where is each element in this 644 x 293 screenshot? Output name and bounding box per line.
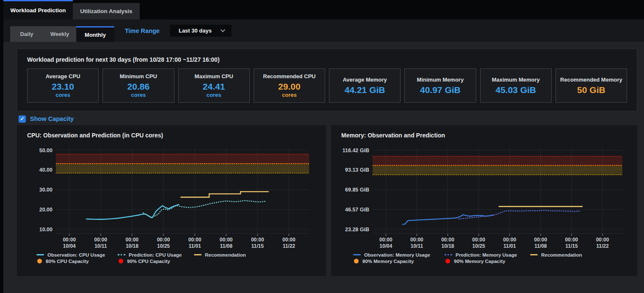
svg-text:00:0011/08: 00:0011/08 [534,237,547,249]
memory-chart-panel: Memory: Observation and Prediction 00:00… [331,125,637,276]
main-tab-bar: Workload Prediction Utilization Analysis [3,0,644,19]
time-range-select[interactable]: Last 30 days [169,24,232,37]
legend-item[interactable]: Recommendation [530,252,582,257]
svg-text:00:0010/18: 00:0010/18 [441,237,454,249]
tab-label: Utilization Analysis [80,8,132,14]
memory-chart-legend: Observation: Memory UsagePrediction: Mem… [353,252,582,264]
legend-label: Observation: CPU Usage [47,252,105,257]
legend-label: Prediction: CPU Usage [129,252,182,257]
series-swatch-icon [194,254,202,255]
legend-item[interactable]: Recommendation [194,252,246,257]
time-range-label: Time Range [125,27,160,34]
legend-item[interactable]: Prediction: CPU Usage [118,252,194,257]
granularity-tabs: Daily Weekly Monthly [10,26,114,42]
page-content: Workload prediction for next 30 days (fr… [3,49,644,276]
series-swatch-icon [36,254,44,255]
cpu-chart-legend: Observation: CPU UsagePrediction: CPU Us… [36,252,246,264]
svg-text:00:0011/15: 00:0011/15 [565,237,578,249]
metric-card-average-memory: Average Memory 44.21 GiB [329,68,401,103]
metric-title: Recommended CPU [263,73,315,79]
show-capacity-checkbox[interactable]: ✓ [19,115,26,123]
legend-item[interactable]: Observation: CPU Usage [36,252,118,257]
metric-card-maximum-cpu: Maximum CPU 24.41 cores [178,68,250,103]
series-swatch-icon [353,254,361,255]
svg-text:69.85 GiB: 69.85 GiB [345,187,369,193]
metric-card-average-cpu: Average CPU 23.10 cores [27,68,99,103]
metric-title: Average Memory [343,77,387,83]
series-swatch-icon [530,254,538,255]
legend-label: 90% CPU Capacity [127,259,170,264]
metric-value: 50 GiB [577,85,605,95]
metric-value: 23.10 [52,81,74,92]
checkmark-icon: ✓ [20,116,24,122]
tab-workload-prediction[interactable]: Workload Prediction [3,0,73,19]
legend-label: Prediction: Memory Usage [456,252,517,257]
svg-text:00:0011/01: 00:0011/01 [188,237,202,249]
metric-value: 44.21 GiB [345,85,385,95]
legend-item[interactable]: Prediction: Memory Usage [445,252,530,257]
metric-title: Maximum Memory [492,77,539,83]
metric-unit: cores [55,92,70,99]
svg-text:50.00: 50.00 [39,148,53,153]
legend-label: Observation: Memory Usage [364,252,430,257]
legend-item[interactable]: Observation: Memory Usage [353,252,445,257]
svg-text:00:0010/25: 00:0010/25 [472,237,485,249]
svg-text:00:0011/01: 00:0011/01 [503,237,516,249]
sub-tab-strip: Daily Weekly Monthly Time Range Last 30 … [3,19,644,42]
cpu-chart-panel: CPU: Observation and Prediction (in CPU … [17,125,326,276]
svg-text:00:0011/22: 00:0011/22 [596,237,609,249]
subtab-monthly[interactable]: Monthly [76,26,114,42]
svg-text:00:0011/15: 00:0011/15 [251,237,264,249]
memory-chart: 00:0010/0400:0010/1100:0010/1800:0010/25… [331,144,637,249]
legend-item[interactable]: 90% Memory Capacity [445,259,530,264]
summary-title: Workload prediction for next 30 days (fr… [27,56,627,63]
time-range-value: Last 30 days [179,27,212,34]
recommendation-line [180,192,269,197]
capacity-dot-icon [354,259,359,263]
series-swatch-icon [118,254,125,255]
legend-row: Observation: CPU UsagePrediction: CPU Us… [36,252,246,258]
svg-text:23.28 GiB: 23.28 GiB [345,227,369,233]
left-gutter [0,0,3,293]
subtab-weekly[interactable]: Weekly [43,26,76,42]
svg-text:40.00: 40.00 [39,167,53,173]
subtab-daily[interactable]: Daily [10,26,43,42]
show-capacity-row: ✓ Show Capacity [19,115,637,123]
metric-card-recommended-cpu: Recommended CPU 29.00 cores [254,68,325,103]
tab-label: Workload Prediction [10,7,66,14]
legend-row: 80% Memory Capacity90% Memory Capacity [353,258,582,264]
subtab-label: Weekly [50,31,69,37]
legend-item[interactable]: 80% CPU Capacity [36,259,118,264]
metric-value: 40.97 GiB [420,85,461,95]
svg-text:00:0010/04: 00:0010/04 [379,237,392,249]
metric-value: 24.41 [203,81,225,92]
legend-label: Recommendation [541,252,582,257]
metric-card-maximum-memory: Maximum Memory 45.03 GiB [480,68,552,103]
dotted-series-line [143,200,266,217]
app-window: Workload Prediction Utilization Analysis… [3,0,644,293]
legend-item[interactable]: 90% CPU Capacity [118,259,194,264]
solid-series-line [86,204,179,219]
metric-unit: cores [282,92,297,99]
memory-chart-title: Memory: Observation and Prediction [341,132,445,139]
tab-utilization-analysis[interactable]: Utilization Analysis [73,3,140,19]
metric-unit: cores [131,92,146,99]
svg-text:00:0010/11: 00:0010/11 [94,237,107,249]
metric-cards-row: Average CPU 23.10 cores Minimum CPU 20.8… [27,68,627,103]
series-swatch-icon [445,254,452,255]
metric-unit: cores [207,92,221,99]
legend-item[interactable]: 80% Memory Capacity [353,259,445,264]
svg-text:116.42 GiB: 116.42 GiB [343,148,369,153]
legend-label: 90% Memory Capacity [454,259,505,264]
legend-row: Observation: Memory UsagePrediction: Mem… [353,252,582,258]
summary-panel: Workload prediction for next 30 days (fr… [17,49,637,111]
series [402,206,583,225]
svg-text:46.57 GiB: 46.57 GiB [345,207,369,213]
legend-label: Recommendation [205,252,246,257]
svg-text:00:0010/04: 00:0010/04 [63,237,76,249]
svg-text:00:0011/08: 00:0011/08 [220,237,233,249]
metric-title: Minimum CPU [120,73,157,79]
series [86,192,269,219]
metric-value: 29.00 [278,81,301,92]
cpu-chart: 00:0010/0400:0010/1100:0010/1800:0010/25… [17,144,326,249]
